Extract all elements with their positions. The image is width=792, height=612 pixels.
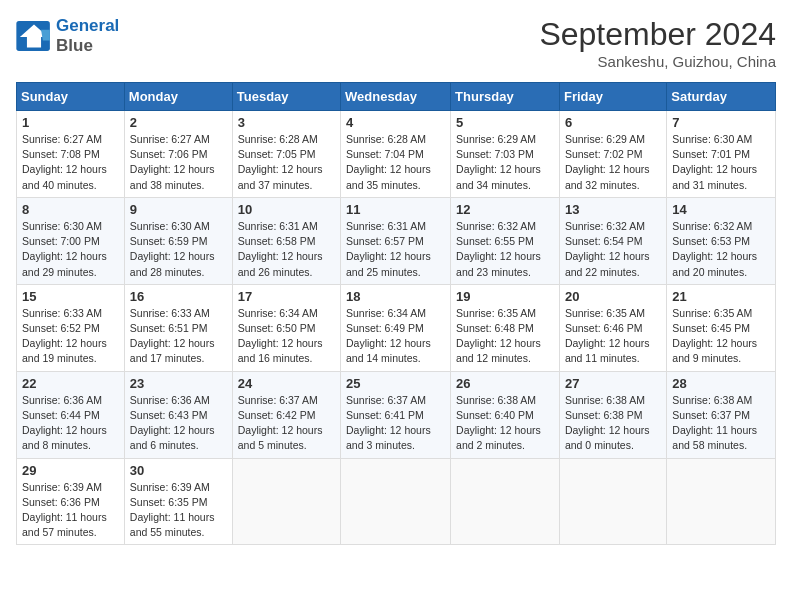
day-info: Sunrise: 6:30 AMSunset: 7:01 PMDaylight:… [672, 132, 770, 193]
day-number: 13 [565, 202, 661, 217]
day-cell: 30Sunrise: 6:39 AMSunset: 6:35 PMDayligh… [124, 458, 232, 545]
day-number: 25 [346, 376, 445, 391]
day-info: Sunrise: 6:39 AMSunset: 6:35 PMDaylight:… [130, 480, 227, 541]
day-cell [451, 458, 560, 545]
week-row-3: 15Sunrise: 6:33 AMSunset: 6:52 PMDayligh… [17, 284, 776, 371]
day-info: Sunrise: 6:30 AMSunset: 7:00 PMDaylight:… [22, 219, 119, 280]
day-cell: 21Sunrise: 6:35 AMSunset: 6:45 PMDayligh… [667, 284, 776, 371]
logo-text: General Blue [56, 16, 119, 56]
day-cell: 4Sunrise: 6:28 AMSunset: 7:04 PMDaylight… [341, 111, 451, 198]
day-cell: 20Sunrise: 6:35 AMSunset: 6:46 PMDayligh… [559, 284, 666, 371]
col-header-thursday: Thursday [451, 83, 560, 111]
day-cell: 9Sunrise: 6:30 AMSunset: 6:59 PMDaylight… [124, 197, 232, 284]
day-number: 29 [22, 463, 119, 478]
day-info: Sunrise: 6:37 AMSunset: 6:41 PMDaylight:… [346, 393, 445, 454]
day-cell: 25Sunrise: 6:37 AMSunset: 6:41 PMDayligh… [341, 371, 451, 458]
day-cell: 22Sunrise: 6:36 AMSunset: 6:44 PMDayligh… [17, 371, 125, 458]
day-info: Sunrise: 6:30 AMSunset: 6:59 PMDaylight:… [130, 219, 227, 280]
day-number: 27 [565, 376, 661, 391]
col-header-saturday: Saturday [667, 83, 776, 111]
day-cell: 15Sunrise: 6:33 AMSunset: 6:52 PMDayligh… [17, 284, 125, 371]
day-info: Sunrise: 6:32 AMSunset: 6:54 PMDaylight:… [565, 219, 661, 280]
day-cell: 5Sunrise: 6:29 AMSunset: 7:03 PMDaylight… [451, 111, 560, 198]
day-cell: 12Sunrise: 6:32 AMSunset: 6:55 PMDayligh… [451, 197, 560, 284]
day-number: 9 [130, 202, 227, 217]
day-info: Sunrise: 6:29 AMSunset: 7:02 PMDaylight:… [565, 132, 661, 193]
day-number: 19 [456, 289, 554, 304]
day-info: Sunrise: 6:28 AMSunset: 7:05 PMDaylight:… [238, 132, 335, 193]
day-cell: 13Sunrise: 6:32 AMSunset: 6:54 PMDayligh… [559, 197, 666, 284]
day-cell: 6Sunrise: 6:29 AMSunset: 7:02 PMDaylight… [559, 111, 666, 198]
day-number: 20 [565, 289, 661, 304]
day-info: Sunrise: 6:38 AMSunset: 6:38 PMDaylight:… [565, 393, 661, 454]
logo-icon [16, 21, 52, 51]
day-number: 3 [238, 115, 335, 130]
day-cell: 14Sunrise: 6:32 AMSunset: 6:53 PMDayligh… [667, 197, 776, 284]
location: Sankeshu, Guizhou, China [539, 53, 776, 70]
week-row-5: 29Sunrise: 6:39 AMSunset: 6:36 PMDayligh… [17, 458, 776, 545]
day-number: 23 [130, 376, 227, 391]
title-block: September 2024 Sankeshu, Guizhou, China [539, 16, 776, 70]
day-number: 16 [130, 289, 227, 304]
calendar-header-row: SundayMondayTuesdayWednesdayThursdayFrid… [17, 83, 776, 111]
day-cell [341, 458, 451, 545]
day-number: 11 [346, 202, 445, 217]
col-header-monday: Monday [124, 83, 232, 111]
day-number: 7 [672, 115, 770, 130]
day-cell: 11Sunrise: 6:31 AMSunset: 6:57 PMDayligh… [341, 197, 451, 284]
day-info: Sunrise: 6:33 AMSunset: 6:51 PMDaylight:… [130, 306, 227, 367]
day-cell: 18Sunrise: 6:34 AMSunset: 6:49 PMDayligh… [341, 284, 451, 371]
day-info: Sunrise: 6:35 AMSunset: 6:48 PMDaylight:… [456, 306, 554, 367]
day-cell [667, 458, 776, 545]
day-number: 2 [130, 115, 227, 130]
day-cell [559, 458, 666, 545]
calendar-table: SundayMondayTuesdayWednesdayThursdayFrid… [16, 82, 776, 545]
day-cell: 2Sunrise: 6:27 AMSunset: 7:06 PMDaylight… [124, 111, 232, 198]
day-info: Sunrise: 6:36 AMSunset: 6:44 PMDaylight:… [22, 393, 119, 454]
day-number: 12 [456, 202, 554, 217]
day-info: Sunrise: 6:31 AMSunset: 6:58 PMDaylight:… [238, 219, 335, 280]
day-info: Sunrise: 6:37 AMSunset: 6:42 PMDaylight:… [238, 393, 335, 454]
day-number: 10 [238, 202, 335, 217]
day-info: Sunrise: 6:38 AMSunset: 6:37 PMDaylight:… [672, 393, 770, 454]
day-number: 8 [22, 202, 119, 217]
day-info: Sunrise: 6:32 AMSunset: 6:53 PMDaylight:… [672, 219, 770, 280]
month-title: September 2024 [539, 16, 776, 53]
day-number: 4 [346, 115, 445, 130]
day-number: 28 [672, 376, 770, 391]
day-cell: 10Sunrise: 6:31 AMSunset: 6:58 PMDayligh… [232, 197, 340, 284]
day-cell: 7Sunrise: 6:30 AMSunset: 7:01 PMDaylight… [667, 111, 776, 198]
week-row-1: 1Sunrise: 6:27 AMSunset: 7:08 PMDaylight… [17, 111, 776, 198]
day-number: 22 [22, 376, 119, 391]
day-info: Sunrise: 6:34 AMSunset: 6:49 PMDaylight:… [346, 306, 445, 367]
day-info: Sunrise: 6:27 AMSunset: 7:08 PMDaylight:… [22, 132, 119, 193]
day-cell: 29Sunrise: 6:39 AMSunset: 6:36 PMDayligh… [17, 458, 125, 545]
day-number: 5 [456, 115, 554, 130]
day-number: 18 [346, 289, 445, 304]
day-info: Sunrise: 6:33 AMSunset: 6:52 PMDaylight:… [22, 306, 119, 367]
day-cell: 23Sunrise: 6:36 AMSunset: 6:43 PMDayligh… [124, 371, 232, 458]
day-cell: 27Sunrise: 6:38 AMSunset: 6:38 PMDayligh… [559, 371, 666, 458]
day-info: Sunrise: 6:32 AMSunset: 6:55 PMDaylight:… [456, 219, 554, 280]
day-info: Sunrise: 6:29 AMSunset: 7:03 PMDaylight:… [456, 132, 554, 193]
col-header-friday: Friday [559, 83, 666, 111]
day-number: 6 [565, 115, 661, 130]
week-row-4: 22Sunrise: 6:36 AMSunset: 6:44 PMDayligh… [17, 371, 776, 458]
day-number: 30 [130, 463, 227, 478]
day-cell: 24Sunrise: 6:37 AMSunset: 6:42 PMDayligh… [232, 371, 340, 458]
day-cell: 28Sunrise: 6:38 AMSunset: 6:37 PMDayligh… [667, 371, 776, 458]
day-cell: 26Sunrise: 6:38 AMSunset: 6:40 PMDayligh… [451, 371, 560, 458]
col-header-sunday: Sunday [17, 83, 125, 111]
col-header-tuesday: Tuesday [232, 83, 340, 111]
day-number: 15 [22, 289, 119, 304]
day-cell: 1Sunrise: 6:27 AMSunset: 7:08 PMDaylight… [17, 111, 125, 198]
day-number: 17 [238, 289, 335, 304]
day-info: Sunrise: 6:35 AMSunset: 6:46 PMDaylight:… [565, 306, 661, 367]
day-info: Sunrise: 6:31 AMSunset: 6:57 PMDaylight:… [346, 219, 445, 280]
day-cell: 3Sunrise: 6:28 AMSunset: 7:05 PMDaylight… [232, 111, 340, 198]
day-cell: 8Sunrise: 6:30 AMSunset: 7:00 PMDaylight… [17, 197, 125, 284]
col-header-wednesday: Wednesday [341, 83, 451, 111]
day-info: Sunrise: 6:34 AMSunset: 6:50 PMDaylight:… [238, 306, 335, 367]
day-cell: 17Sunrise: 6:34 AMSunset: 6:50 PMDayligh… [232, 284, 340, 371]
day-info: Sunrise: 6:38 AMSunset: 6:40 PMDaylight:… [456, 393, 554, 454]
